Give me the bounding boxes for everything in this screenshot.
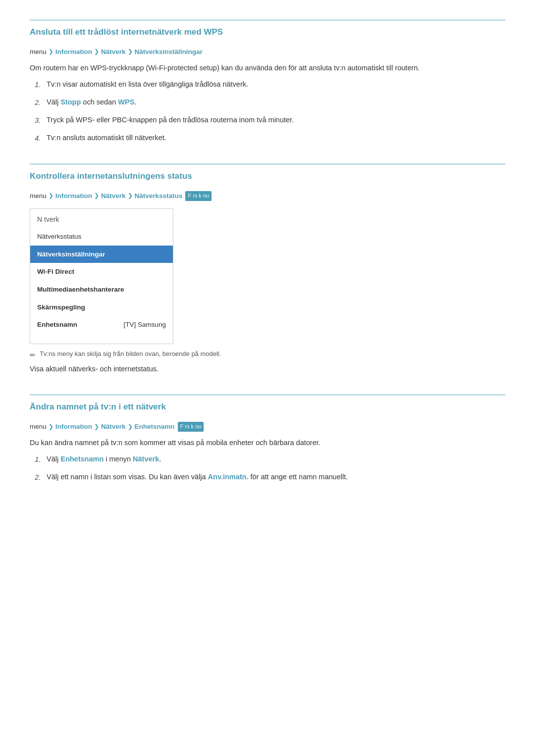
- step-natverk: Nätverk: [133, 455, 159, 463]
- section-network-status: Kontrollera internetanslutningens status…: [30, 164, 505, 375]
- section3-step-2-num: 2.: [35, 471, 47, 483]
- section3-breadcrumb: menu ❯ Information ❯ Nätverk ❯ Enhetsnam…: [30, 421, 505, 432]
- section-rename: Ändra namnet på tv:n i ett nätverk menu …: [30, 395, 505, 483]
- section3-step-1: 1. Välj Enhetsnamn i menyn Nätverk.: [35, 454, 505, 465]
- breadcrumb3-natverk: Nätverk: [101, 421, 126, 432]
- pencil-icon: ✏: [30, 350, 36, 360]
- step-1: 1. Tv:n visar automatiskt en lista över …: [35, 79, 505, 91]
- breadcrumb3-enhetsnamn: Enhetsnamn: [135, 421, 175, 432]
- step-2: 2. Välj Stopp och sedan WPS.: [35, 97, 505, 108]
- section2-badge: F rs k nu: [185, 191, 212, 201]
- breadcrumb-natverksinst: Nätverksinställningar: [135, 47, 203, 57]
- network-box-item-natverksstatus: Nätverksstatus: [30, 228, 173, 246]
- breadcrumb3-arrow-1: ❯: [49, 422, 54, 432]
- step-2-num: 2.: [35, 97, 47, 108]
- section3-step-1-num: 1.: [35, 454, 47, 465]
- section3-step-2-text: Välj ett namn i listan som visas. Du kan…: [47, 471, 348, 483]
- section1-body: Om routern har en WPS-tryckknapp (Wi-Fi-…: [30, 62, 505, 74]
- breadcrumb2-arrow-3: ❯: [128, 191, 133, 201]
- step-3-text: Tryck på WPS- eller PBC-knappen på den t…: [47, 114, 294, 126]
- section3-title: Ändra namnet på tv:n i ett nätverk: [30, 400, 505, 415]
- enhetsnamn-value: [TV] Samsung: [123, 319, 166, 330]
- breadcrumb-arrow-2: ❯: [94, 47, 99, 56]
- step-anvinmatn: Anv.inmatn.: [208, 473, 249, 481]
- network-box-item-natverksinst: Nätverksinställningar: [30, 246, 173, 263]
- step-2-text: Välj Stopp och sedan WPS.: [47, 97, 136, 108]
- breadcrumb3-information: Information: [55, 421, 92, 432]
- breadcrumb2-arrow-1: ❯: [49, 191, 54, 201]
- breadcrumb2-arrow-2: ❯: [94, 191, 99, 201]
- step-enhetsnamn: Enhetsnamn: [60, 455, 104, 463]
- section-top-divider: [30, 20, 505, 20]
- section3-top-divider: [30, 395, 505, 395]
- step-1-num: 1.: [35, 79, 47, 91]
- step-2-stopp: Stopp: [60, 98, 81, 106]
- section3-body: Du kan ändra namnet på tv:n som kommer a…: [30, 437, 505, 449]
- network-box-item-wifidirect: Wi-Fi Direct: [30, 263, 173, 281]
- breadcrumb-natverk-1: Nätverk: [101, 47, 126, 57]
- section1-steps: 1. Tv:n visar automatiskt en lista över …: [35, 79, 505, 144]
- step-4: 4. Tv:n ansluts automatiskt till nätverk…: [35, 132, 505, 144]
- step-1-text: Tv:n visar automatiskt en lista över til…: [47, 79, 248, 90]
- section2-breadcrumb: menu ❯ Information ❯ Nätverk ❯ Nätverkss…: [30, 191, 505, 202]
- network-box-item-skarmspegling: Skärmspegling: [30, 299, 173, 316]
- step-3: 3. Tryck på WPS- eller PBC-knappen på de…: [35, 114, 505, 126]
- breadcrumb3-menu: menu: [30, 421, 47, 432]
- breadcrumb-menu: menu: [30, 47, 47, 57]
- step-4-num: 4.: [35, 132, 47, 144]
- step-4-text: Tv:n ansluts automatiskt till nätverket.: [47, 132, 166, 144]
- breadcrumb2-natverk: Nätverk: [101, 191, 126, 202]
- section2-title: Kontrollera internetanslutningens status: [30, 169, 505, 185]
- section3-step-1-text: Välj Enhetsnamn i menyn Nätverk.: [47, 454, 161, 465]
- step-3-num: 3.: [35, 114, 47, 126]
- section2-body: Visa aktuell nätverks- och internetstatu…: [30, 363, 505, 375]
- breadcrumb-arrow-3: ❯: [128, 47, 133, 56]
- network-menu-box: N tverk Nätverksstatus Nätverksinställni…: [30, 208, 173, 344]
- breadcrumb-information-1: Information: [55, 47, 92, 57]
- section1-title: Ansluta till ett trådlöst internetnätver…: [30, 25, 505, 41]
- breadcrumb2-natverksstatus: Nätverksstatus: [135, 191, 183, 202]
- section2-note-text: Tv:ns meny kan skilja sig från bilden ov…: [40, 349, 221, 359]
- section2-top-divider: [30, 164, 505, 164]
- section2-note-row: ✏ Tv:ns meny kan skilja sig från bilden …: [30, 349, 505, 360]
- breadcrumb2-menu: menu: [30, 191, 47, 202]
- network-box-item-multimedia: Multimediaenhetshanterare: [30, 281, 173, 299]
- breadcrumb2-information: Information: [55, 191, 92, 202]
- section3-steps: 1. Välj Enhetsnamn i menyn Nätverk. 2. V…: [35, 454, 505, 483]
- network-box-item-enhetsnamn-row: Enhetsnamn [TV] Samsung: [30, 316, 173, 334]
- network-box-spacer: [30, 334, 173, 344]
- section-wps: Ansluta till ett trådlöst internetnätver…: [30, 20, 505, 144]
- network-box-header: N tverk: [30, 209, 173, 228]
- section1-breadcrumb: menu ❯ Information ❯ Nätverk ❯ Nätverksi…: [30, 47, 505, 57]
- section3-step-2: 2. Välj ett namn i listan som visas. Du …: [35, 471, 505, 483]
- breadcrumb3-arrow-3: ❯: [128, 422, 133, 432]
- step-2-wps: WPS: [118, 98, 134, 106]
- section3-badge: F rs k nu: [178, 422, 204, 432]
- enhetsnamn-label: Enhetsnamn: [37, 319, 77, 330]
- breadcrumb3-arrow-2: ❯: [94, 422, 99, 432]
- breadcrumb-arrow-1: ❯: [49, 47, 54, 56]
